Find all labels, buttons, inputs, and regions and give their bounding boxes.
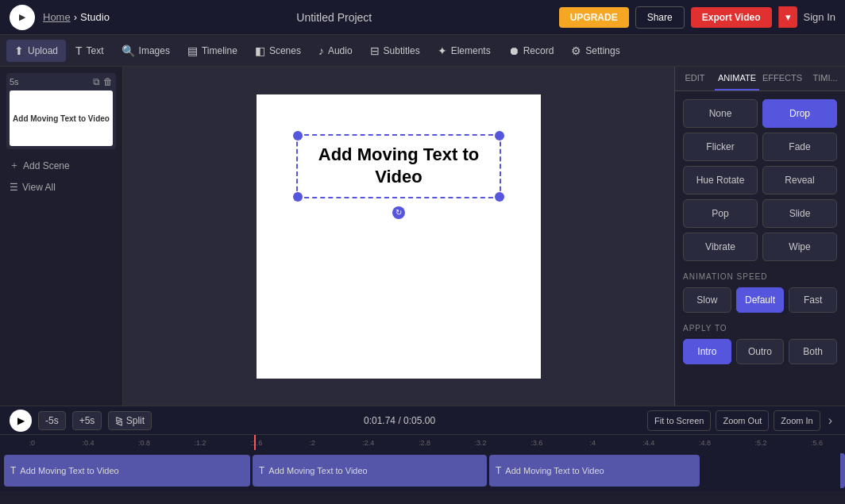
project-title[interactable]: Untitled Project bbox=[118, 11, 551, 24]
tab-edit[interactable]: EDIT bbox=[675, 67, 715, 90]
ruler-mark: :1.6 bbox=[228, 439, 284, 447]
export-button[interactable]: Export Video bbox=[691, 7, 772, 28]
anim-reveal[interactable]: Reveal bbox=[762, 166, 837, 194]
track-segment-1[interactable]: T Add Moving Text to Video bbox=[4, 455, 250, 487]
export-dropdown-button[interactable]: ▾ bbox=[778, 6, 797, 28]
play-button[interactable]: ▶ bbox=[10, 410, 32, 432]
zoom-out-button[interactable]: Zoom Out bbox=[716, 410, 769, 431]
settings-icon: ⚙ bbox=[571, 44, 581, 57]
anim-fade[interactable]: Fade bbox=[762, 133, 837, 161]
timeline-time: 0:01.74 / 0:05.00 bbox=[158, 415, 641, 426]
step-forward-button[interactable]: +5s bbox=[72, 411, 102, 430]
subtitles-button[interactable]: ⊟ Subtitles bbox=[362, 40, 428, 62]
track-text-icon-3: T bbox=[496, 465, 501, 476]
subtitles-icon: ⊟ bbox=[370, 44, 380, 57]
delete-icon[interactable]: 🗑 bbox=[103, 76, 113, 87]
main-content: 5s ⧉ 🗑 Add Moving Text to Video ＋ Add Sc… bbox=[0, 67, 845, 406]
top-nav: ▶ Home › Studio Untitled Project UPGRADE… bbox=[0, 0, 845, 35]
ruler-mark: :4.8 bbox=[677, 439, 733, 447]
studio-label: Studio bbox=[80, 11, 110, 23]
anim-hue-rotate[interactable]: Hue Rotate bbox=[683, 166, 758, 194]
ruler-mark: :0.4 bbox=[60, 439, 117, 447]
timeline-cursor[interactable] bbox=[254, 435, 256, 450]
step-back-button[interactable]: -5s bbox=[38, 411, 66, 430]
upload-button[interactable]: ⬆ Upload bbox=[6, 40, 66, 62]
animate-panel: None Drop Flicker Fade Hue Rotate Reveal… bbox=[675, 91, 845, 406]
anim-none[interactable]: None bbox=[683, 99, 758, 128]
add-scene-button[interactable]: ＋ Add Scene bbox=[6, 156, 116, 175]
scenes-button[interactable]: ◧ Scenes bbox=[247, 40, 309, 62]
tab-animate[interactable]: ANIMATE bbox=[715, 67, 759, 90]
list-icon: ☰ bbox=[10, 182, 18, 193]
breadcrumb-separator: › bbox=[74, 11, 77, 23]
scene-thumbnail[interactable]: 5s ⧉ 🗑 Add Moving Text to Video bbox=[6, 73, 116, 149]
timeline-tracks: T Add Moving Text to Video T Add Moving … bbox=[0, 450, 845, 491]
speed-row: Slow Default Fast bbox=[683, 287, 837, 313]
zoom-in-button[interactable]: Zoom In bbox=[774, 410, 820, 431]
speed-section-label: ANIMATION SPEED bbox=[683, 272, 837, 281]
breadcrumb: Home › Studio bbox=[43, 11, 110, 23]
apply-intro[interactable]: Intro bbox=[683, 339, 731, 364]
copy-icon[interactable]: ⧉ bbox=[93, 76, 100, 87]
track-text-icon-1: T bbox=[10, 465, 16, 476]
tab-timing[interactable]: TIMI... bbox=[805, 67, 845, 90]
speed-slow[interactable]: Slow bbox=[683, 287, 731, 313]
timeline-right-controls: Fit to Screen Zoom Out Zoom In › bbox=[647, 410, 835, 431]
split-button[interactable]: ⧎ Split bbox=[108, 411, 152, 430]
handle-top-right[interactable] bbox=[495, 131, 504, 140]
anim-wipe[interactable]: Wipe bbox=[762, 233, 837, 261]
ruler-mark: :4 bbox=[565, 439, 621, 447]
record-button[interactable]: ⏺ Record bbox=[500, 40, 562, 62]
speed-default[interactable]: Default bbox=[736, 287, 785, 313]
timeline-controls: ▶ -5s +5s ⧎ Split 0:01.74 / 0:05.00 Fit … bbox=[0, 406, 845, 434]
ruler-mark: :2 bbox=[284, 439, 341, 447]
anim-drop[interactable]: Drop bbox=[762, 99, 837, 128]
ruler-mark: :5.6 bbox=[789, 439, 845, 447]
share-button[interactable]: Share bbox=[635, 6, 685, 29]
text-button[interactable]: T Text bbox=[68, 40, 112, 62]
tab-effects[interactable]: EFFECTS bbox=[759, 67, 805, 90]
elements-icon: ✦ bbox=[438, 44, 447, 57]
elements-button[interactable]: ✦ Elements bbox=[430, 40, 499, 62]
timeline-ruler: :0 :0.4 :0.8 :1.2 :1.6 :2 :2.4 :2.8 :3.2… bbox=[0, 434, 845, 450]
apply-outro[interactable]: Outro bbox=[736, 339, 785, 364]
ruler-mark: :3.6 bbox=[508, 439, 565, 447]
scene-thumb-icons: ⧉ 🗑 bbox=[93, 76, 113, 87]
split-icon: ⧎ bbox=[115, 415, 123, 426]
upload-icon: ⬆ bbox=[14, 44, 24, 57]
ruler-mark: :4.4 bbox=[621, 439, 677, 447]
audio-button[interactable]: ♪ Audio bbox=[311, 40, 361, 62]
track-segment-3[interactable]: T Add Moving Text to Video bbox=[489, 455, 700, 487]
anim-flicker[interactable]: Flicker bbox=[683, 133, 758, 161]
handle-bottom-right[interactable] bbox=[495, 192, 504, 202]
track-text-icon-2: T bbox=[259, 465, 264, 476]
handle-top-left[interactable] bbox=[293, 131, 303, 140]
upgrade-button[interactable]: UPGRADE bbox=[559, 7, 629, 28]
nav-actions: UPGRADE Share Export Video ▾ Sign In bbox=[559, 6, 835, 29]
text-icon: T bbox=[75, 44, 83, 57]
timeline-button[interactable]: ▤ Timeline bbox=[179, 40, 245, 62]
text-element[interactable]: Add Moving Text to Video ↻ bbox=[296, 134, 501, 198]
speed-fast[interactable]: Fast bbox=[789, 287, 837, 313]
toolbar: ⬆ Upload T Text 🔍 Images ▤ Timeline ◧ Sc… bbox=[0, 35, 845, 67]
ruler-marks: :0 :0.4 :0.8 :1.2 :1.6 :2 :2.4 :2.8 :3.2… bbox=[0, 439, 845, 447]
anim-vibrate[interactable]: Vibrate bbox=[683, 233, 758, 261]
apply-row: Intro Outro Both bbox=[683, 339, 837, 364]
images-button[interactable]: 🔍 Images bbox=[114, 40, 178, 62]
scene-preview: Add Moving Text to Video bbox=[10, 90, 113, 146]
home-link[interactable]: Home bbox=[43, 11, 71, 23]
anim-slide[interactable]: Slide bbox=[762, 199, 837, 228]
ruler-mark: :1.2 bbox=[172, 439, 229, 447]
fit-to-screen-button[interactable]: Fit to Screen bbox=[647, 410, 711, 431]
settings-button[interactable]: ⚙ Settings bbox=[563, 40, 627, 62]
ruler-mark: :2.4 bbox=[341, 439, 397, 447]
animation-grid: None Drop Flicker Fade Hue Rotate Reveal… bbox=[683, 99, 837, 261]
apply-both[interactable]: Both bbox=[789, 339, 837, 364]
signin-button[interactable]: Sign In bbox=[804, 11, 835, 23]
anim-pop[interactable]: Pop bbox=[683, 199, 758, 228]
handle-bottom-left[interactable] bbox=[293, 192, 303, 202]
view-all-button[interactable]: ☰ View All bbox=[6, 179, 116, 196]
rotate-handle[interactable]: ↻ bbox=[392, 206, 405, 219]
track-segment-2[interactable]: T Add Moving Text to Video bbox=[253, 455, 487, 487]
more-options-icon[interactable]: › bbox=[825, 410, 835, 431]
